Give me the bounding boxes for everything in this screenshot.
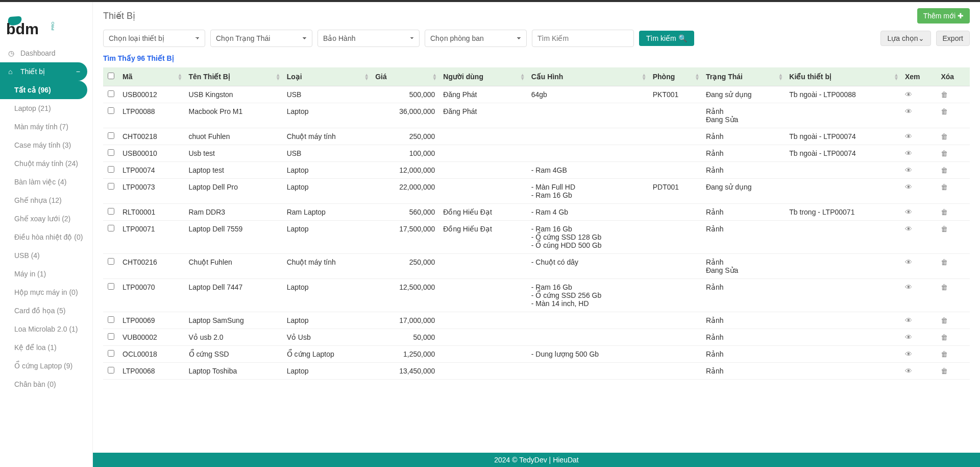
cell-user (439, 279, 527, 312)
view-icon[interactable]: 👁 (905, 149, 912, 157)
sidebar-sub-item[interactable]: Laptop (21) (0, 99, 92, 118)
table-row: CHT00216Chuột FuhlenChuột máy tính250,00… (103, 254, 970, 279)
sidebar-sub-item[interactable]: Tất cả (96) (0, 81, 87, 99)
delete-icon[interactable]: 🗑 (941, 90, 948, 99)
sidebar-sub-item[interactable]: Loa Microlab 2.0 (1) (0, 320, 92, 338)
delete-icon[interactable]: 🗑 (941, 316, 948, 324)
row-checkbox[interactable] (108, 90, 114, 97)
collapse-icon: − (76, 67, 80, 76)
row-checkbox[interactable] (108, 132, 114, 139)
row-checkbox[interactable] (108, 208, 114, 215)
delete-icon[interactable]: 🗑 (941, 107, 948, 115)
delete-icon[interactable]: 🗑 (941, 132, 948, 141)
sidebar-sub-item[interactable]: Chân bàn (0) (0, 375, 92, 393)
col-code[interactable]: Mã▲▼ (118, 67, 185, 86)
sidebar-sub-item[interactable]: Bàn làm việc (4) (0, 173, 92, 191)
row-checkbox[interactable] (108, 283, 114, 290)
page-header: Thiết Bị Thêm mới ✚ (93, 2, 980, 30)
sidebar-sub-item[interactable]: Case máy tính (3) (0, 136, 92, 154)
view-icon[interactable]: 👁 (905, 258, 912, 266)
view-icon[interactable]: 👁 (905, 316, 912, 324)
search-button[interactable]: Tìm kiếm 🔍 (639, 31, 694, 46)
col-price[interactable]: Giá▲▼ (371, 67, 439, 86)
nav-devices[interactable]: ⌂ Thiết bị − (0, 62, 87, 81)
view-icon[interactable]: 👁 (905, 367, 912, 375)
filter-status[interactable]: Chọn Trạng Thái (210, 30, 312, 47)
cell-kind (785, 346, 901, 363)
view-icon[interactable]: 👁 (905, 208, 912, 216)
row-checkbox[interactable] (108, 316, 114, 323)
options-button[interactable]: Lựa chọn⌄ (880, 31, 930, 46)
sidebar-sub-item[interactable]: Ổ cứng Laptop (9) (0, 357, 92, 375)
cell-status: Rảnh Đang Sửa (702, 103, 785, 128)
add-button[interactable]: Thêm mới ✚ (917, 8, 970, 24)
row-checkbox[interactable] (108, 107, 114, 114)
export-button[interactable]: Export (936, 31, 970, 46)
delete-icon[interactable]: 🗑 (941, 283, 948, 291)
filter-department[interactable]: Chọn phòng ban (425, 30, 527, 47)
view-icon[interactable]: 👁 (905, 132, 912, 141)
cell-user: Đồng Hiếu Đạt (439, 204, 527, 221)
sidebar-sub-item[interactable]: Chuột máy tính (24) (0, 154, 92, 173)
col-status[interactable]: Trạng Thái▲▼ (702, 67, 785, 86)
sidebar-sub-item[interactable]: Ghế nhựa (12) (0, 191, 92, 209)
row-checkbox[interactable] (108, 183, 114, 190)
sidebar-sub-item[interactable]: Máy in (1) (0, 265, 92, 283)
cell-config: 64gb (527, 86, 649, 103)
sidebar-sub-item[interactable]: Card đồ họa (5) (0, 301, 92, 320)
view-icon[interactable]: 👁 (905, 107, 912, 115)
table-row: LTP00071Laptop Dell 7559Laptop17,500,000… (103, 221, 970, 254)
row-checkbox[interactable] (108, 166, 114, 173)
view-icon[interactable]: 👁 (905, 90, 912, 99)
row-checkbox[interactable] (108, 367, 114, 373)
cell-view: 👁 (901, 363, 937, 380)
col-kind[interactable]: Kiểu thiết bị▲▼ (785, 67, 901, 86)
delete-icon[interactable]: 🗑 (941, 208, 948, 216)
sidebar-sub-item[interactable]: Màn máy tính (7) (0, 118, 92, 136)
cell-room: PDT001 (649, 179, 702, 204)
cell-status: Rảnh (702, 145, 785, 162)
cell-status: Rảnh (702, 162, 785, 179)
cell-kind: Tb ngoài - LTP00074 (785, 145, 901, 162)
col-room[interactable]: Phòng▲▼ (649, 67, 702, 86)
delete-icon[interactable]: 🗑 (941, 183, 948, 191)
delete-icon[interactable]: 🗑 (941, 258, 948, 266)
view-icon[interactable]: 👁 (905, 350, 912, 358)
select-all-checkbox[interactable] (108, 73, 114, 79)
sidebar: bdmPRO ◷ Dashboard ⌂ Thiết bị − Tất cả (… (0, 2, 93, 467)
row-checkbox[interactable] (108, 350, 114, 357)
sidebar-sub-item[interactable]: Hộp mực máy in (0) (0, 283, 92, 301)
footer: 2024 © TedyDev | HieuDat (93, 453, 980, 467)
delete-icon[interactable]: 🗑 (941, 333, 948, 341)
col-user[interactable]: Người dùng▲▼ (439, 67, 527, 86)
sidebar-sub-item[interactable]: Ghế xoay lưới (2) (0, 209, 92, 228)
col-config[interactable]: Cấu Hình▲▼ (527, 67, 649, 86)
delete-icon[interactable]: 🗑 (941, 166, 948, 174)
view-icon[interactable]: 👁 (905, 166, 912, 174)
search-input[interactable] (532, 30, 634, 47)
delete-icon[interactable]: 🗑 (941, 367, 948, 375)
sidebar-sub-item[interactable]: Điều hòa nhiệt độ (0) (0, 228, 92, 246)
svg-text:PRO: PRO (51, 21, 55, 30)
view-icon[interactable]: 👁 (905, 333, 912, 341)
view-icon[interactable]: 👁 (905, 225, 912, 233)
col-name[interactable]: Tên Thiết Bị▲▼ (185, 67, 283, 86)
col-type[interactable]: Loại▲▼ (283, 67, 372, 86)
sidebar-sub-item[interactable]: USB (4) (0, 246, 92, 265)
row-checkbox[interactable] (108, 258, 114, 265)
delete-icon[interactable]: 🗑 (941, 225, 948, 233)
delete-icon[interactable]: 🗑 (941, 149, 948, 157)
nav-dashboard[interactable]: ◷ Dashboard (0, 44, 92, 62)
cell-code: VUB00002 (118, 329, 185, 346)
view-icon[interactable]: 👁 (905, 283, 912, 291)
row-checkbox[interactable] (108, 225, 114, 231)
filter-type[interactable]: Chọn loại thiết bị (103, 30, 205, 47)
nav-dashboard-label: Dashboard (20, 49, 56, 57)
sidebar-sub-item[interactable]: Kệ để loa (1) (0, 338, 92, 357)
view-icon[interactable]: 👁 (905, 183, 912, 191)
delete-icon[interactable]: 🗑 (941, 350, 948, 358)
cell-price: 100,000 (371, 145, 439, 162)
row-checkbox[interactable] (108, 333, 114, 340)
row-checkbox[interactable] (108, 149, 114, 156)
filter-warranty[interactable]: Bảo Hành (317, 30, 420, 47)
